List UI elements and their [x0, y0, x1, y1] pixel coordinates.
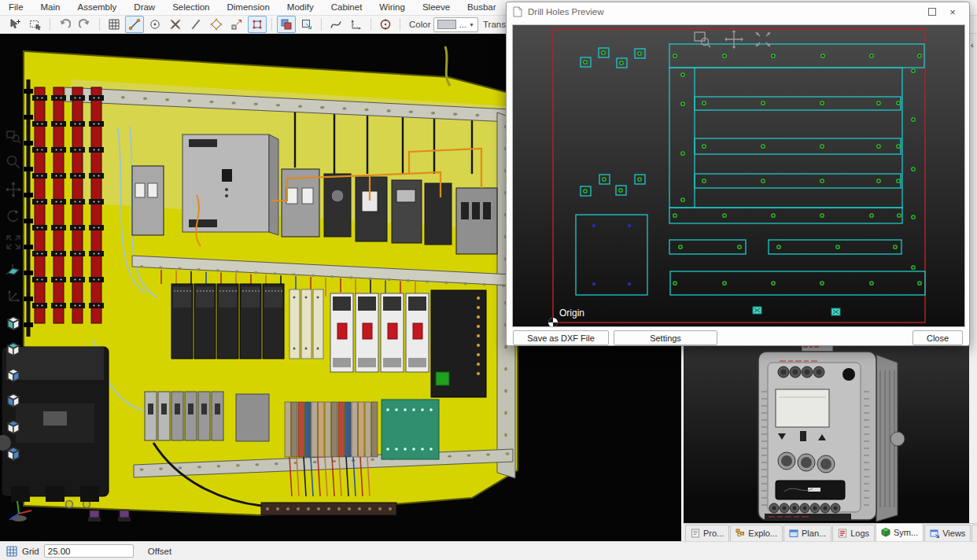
color-swatch — [437, 20, 456, 29]
menu-sleeve[interactable]: Sleeve — [414, 0, 459, 15]
spline-icon — [330, 18, 342, 31]
color-label: Color — [409, 20, 430, 29]
preview-view-tools[interactable] — [695, 30, 770, 49]
restore-button[interactable] — [922, 4, 942, 20]
logs-icon — [838, 529, 847, 538]
plate-outline — [553, 29, 925, 322]
draw-line-button[interactable] — [125, 16, 144, 33]
toolbar-separator — [400, 18, 400, 31]
draw-slash-icon — [190, 18, 202, 31]
fit-view-icon — [6, 234, 21, 250]
dialog-title-bar[interactable]: Drill Holes Preview × — [507, 2, 969, 21]
grid-size-input[interactable] — [44, 544, 134, 558]
tab-filter[interactable]: Filter — [971, 525, 977, 541]
bottom-tab-bar: Pro...Explo...Plan...LogsSym...ViewsFilt… — [684, 523, 977, 541]
terminal-strip-green — [382, 400, 439, 459]
save-dxf-button[interactable]: Save as DXF File — [513, 330, 609, 345]
menu-dimension[interactable]: Dimension — [218, 0, 278, 15]
redo-button[interactable] — [76, 16, 94, 33]
pan-button[interactable] — [2, 179, 24, 201]
select-plus-icon — [9, 18, 21, 31]
undo-icon — [58, 18, 71, 31]
tab-explorer[interactable]: Explo... — [730, 525, 783, 541]
zoom-region-button[interactable] — [2, 125, 24, 147]
cube-view-2-icon — [6, 341, 21, 357]
tab-properties[interactable]: Pro... — [685, 525, 729, 541]
copy-object-button[interactable] — [277, 16, 296, 33]
tab-logs[interactable]: Logs — [832, 525, 875, 541]
cube-view-2-button[interactable] — [2, 338, 24, 360]
draw-circle-button[interactable] — [146, 16, 164, 33]
plane-view-button[interactable] — [2, 259, 24, 281]
grid-button[interactable] — [105, 16, 124, 33]
views-icon — [930, 529, 939, 538]
tab-label: Views — [942, 529, 965, 538]
measure-axis-icon — [350, 18, 363, 31]
tab-symbols[interactable]: Sym... — [876, 523, 924, 541]
menu-main[interactable]: Main — [32, 0, 69, 15]
move-node-button[interactable] — [227, 16, 246, 33]
menu-assembly[interactable]: Assembly — [68, 0, 125, 15]
collapse-chevron-icon[interactable]: ‹ — [971, 40, 974, 50]
select-window-button[interactable] — [26, 16, 45, 33]
measure-axis-button[interactable] — [347, 16, 366, 33]
delete-cross-button[interactable] — [166, 16, 185, 33]
snap-node-button[interactable] — [248, 16, 267, 33]
spline-button[interactable] — [326, 16, 345, 33]
cube-view-3-button[interactable] — [2, 364, 24, 386]
cube-view-6-icon — [6, 446, 21, 462]
symbols-icon — [881, 528, 890, 537]
cube-view-4-button[interactable] — [2, 389, 24, 411]
toolbar-separator — [321, 18, 322, 31]
toolbar-separator — [271, 18, 272, 31]
draw-polygon-button[interactable] — [207, 16, 226, 33]
origin-label: Origin — [559, 308, 584, 319]
menu-draw[interactable]: Draw — [125, 0, 164, 15]
select-plus-button[interactable] — [6, 16, 24, 33]
color-dropdown[interactable]: ...▼ — [433, 17, 478, 32]
tab-label: Plan... — [802, 529, 826, 538]
cube-view-4-icon — [6, 392, 21, 408]
tab-views[interactable]: Views — [924, 525, 971, 541]
cube-view-1-icon — [6, 315, 21, 331]
menu-selection[interactable]: Selection — [164, 0, 218, 15]
snap-node-icon — [251, 18, 264, 31]
drill-holes — [584, 51, 921, 286]
rotate-view-button[interactable] — [2, 205, 24, 227]
undo-button[interactable] — [55, 16, 74, 33]
document-icon — [513, 6, 522, 17]
grid-label: Grid — [22, 547, 39, 556]
tab-plans[interactable]: Plan... — [783, 525, 831, 541]
orbit-button[interactable] — [376, 16, 395, 33]
status-bar: Grid Offset — [0, 541, 977, 560]
paste-object-button[interactable] — [297, 16, 316, 33]
zoom-button[interactable] — [2, 152, 24, 174]
toolbar-separator — [50, 18, 50, 31]
draw-slash-button[interactable] — [186, 16, 205, 33]
menu-modify[interactable]: Modify — [278, 0, 323, 15]
move-3d-button[interactable] — [2, 286, 24, 308]
cube-view-5-button[interactable] — [2, 416, 24, 438]
fit-view-button[interactable] — [2, 231, 24, 253]
delete-cross-icon — [169, 18, 182, 31]
plane-view-icon — [6, 262, 21, 278]
close-button[interactable]: Close — [912, 330, 963, 345]
cube-view-1-button[interactable] — [2, 312, 24, 334]
loose-connectors — [88, 510, 131, 521]
settings-button[interactable]: Settings — [614, 330, 717, 345]
select-window-icon — [29, 18, 42, 31]
drill-preview-canvas[interactable]: Origin — [512, 24, 965, 327]
grid-icon — [6, 546, 17, 557]
panel-collapse-strip[interactable]: ‹ — [969, 34, 977, 348]
orbit-icon — [379, 18, 392, 31]
toolbar-separator — [371, 18, 371, 31]
cube-view-6-button[interactable] — [2, 443, 24, 465]
menu-cabinet[interactable]: Cabinet — [323, 0, 371, 15]
cube-view-3-icon — [6, 367, 21, 383]
close-dialog-button[interactable]: × — [942, 4, 963, 20]
menu-wiring[interactable]: Wiring — [371, 0, 414, 15]
redo-icon — [79, 18, 91, 31]
menu-busbar[interactable]: Busbar — [459, 0, 504, 15]
toolbar-separator — [99, 18, 100, 31]
menu-file[interactable]: File — [0, 0, 32, 15]
